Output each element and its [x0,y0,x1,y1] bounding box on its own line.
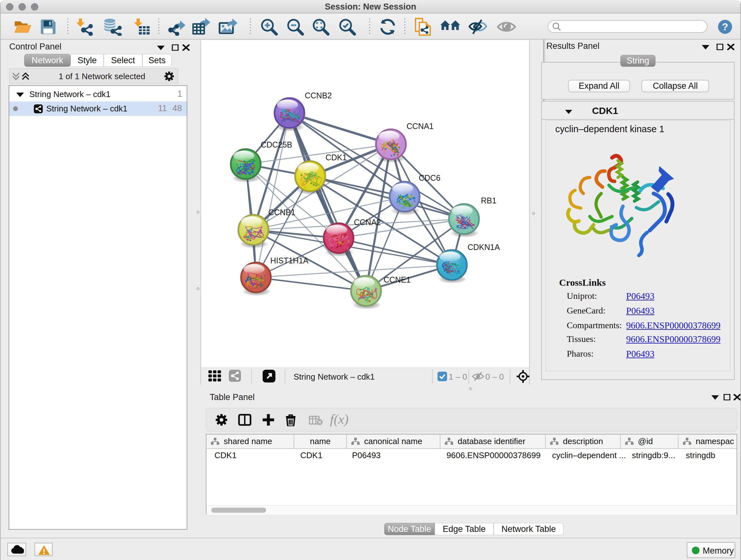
svg-text:CCNB2: CCNB2 [305,91,332,100]
svg-text:CDKN1A: CDKN1A [468,243,500,252]
svg-text:CCNE1: CCNE1 [384,275,411,284]
svg-text:?: ? [722,21,728,33]
svg-text:CCNA1: CCNA1 [407,122,434,131]
svg-text:CDC25B: CDC25B [261,140,292,149]
svg-text:CCNA2: CCNA2 [354,218,381,227]
svg-text:RB1: RB1 [481,196,496,205]
svg-text:CCNB1: CCNB1 [268,208,295,217]
svg-text:HIST1H1A: HIST1H1A [270,256,309,265]
svg-text:CDK1: CDK1 [326,153,347,162]
svg-text:CDC6: CDC6 [419,173,441,182]
